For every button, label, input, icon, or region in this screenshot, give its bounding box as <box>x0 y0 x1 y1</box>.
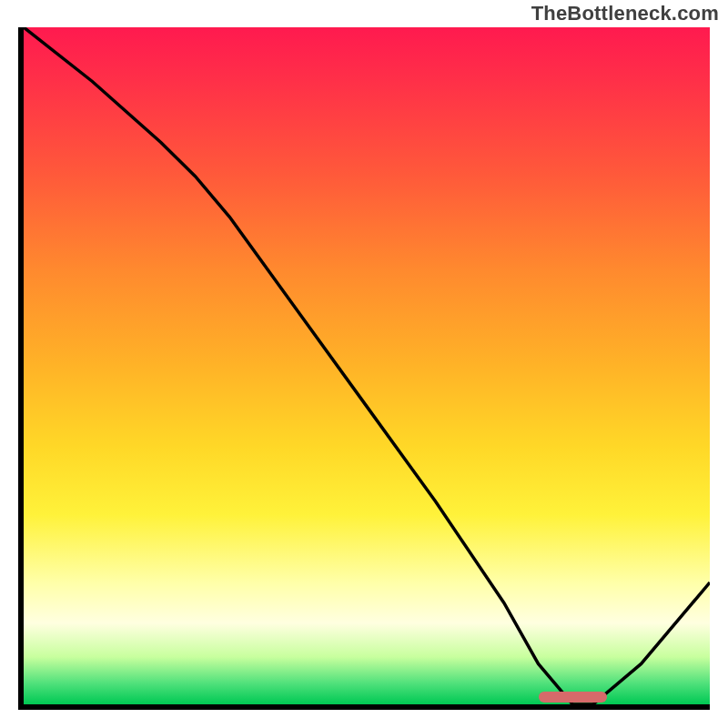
curve-layer <box>24 27 710 704</box>
plot-area <box>18 27 710 710</box>
optimal-range-marker <box>539 692 607 703</box>
bottleneck-curve <box>24 27 710 704</box>
watermark-text: TheBottleneck.com <box>531 2 719 25</box>
chart-container: TheBottleneck.com <box>0 0 728 728</box>
